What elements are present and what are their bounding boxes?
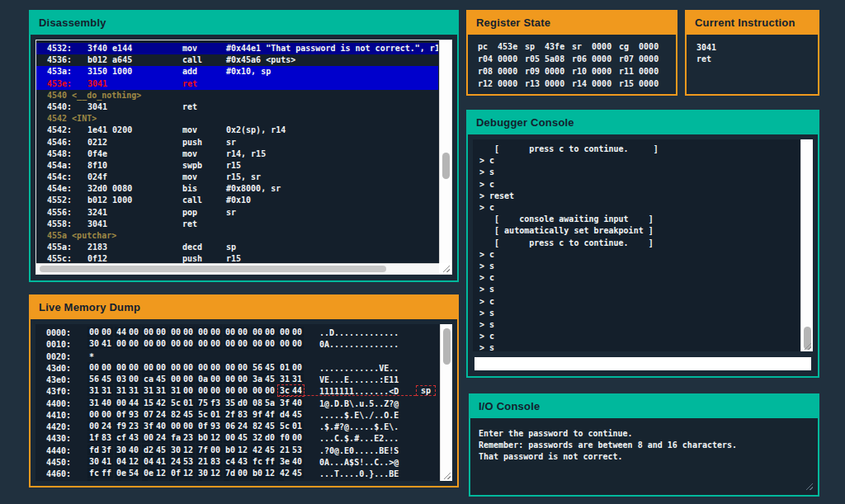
memory-cell: 0000 bbox=[87, 327, 113, 337]
register-state-header[interactable]: Register State bbox=[468, 12, 676, 35]
disassembly-row[interactable]: 453a:3150 1000add#0x10, sp bbox=[36, 66, 438, 78]
disassembly-row[interactable]: 4542:1e41 0200mov0x2(sp), r14 bbox=[36, 125, 438, 136]
disassembly-vertical-scrollbar-thumb[interactable] bbox=[442, 153, 450, 179]
memory-cell: f923 bbox=[115, 421, 140, 431]
disassembly-row[interactable]: 4540:3041ret bbox=[36, 101, 438, 113]
current-instruction-line: ret bbox=[696, 54, 808, 65]
disassembly-horizontal-scrollbar[interactable] bbox=[36, 263, 439, 274]
memory-ascii: .?0@.E0.....BE!S bbox=[319, 445, 399, 456]
sp-register-marker: sp bbox=[416, 385, 436, 396]
memory-cell: 0000 bbox=[196, 362, 222, 373]
disassembly-bytes: 024f bbox=[87, 172, 107, 183]
register-value: r12 0000 bbox=[478, 79, 525, 88]
current-instruction-body: 3041ret bbox=[687, 35, 818, 94]
disassembly-rows: 4532:3f40 e144mov#0x44e1 "That password … bbox=[36, 43, 438, 263]
debugger-console-line: > s bbox=[479, 167, 798, 178]
disassembly-row[interactable]: 454e:32d0 0080bis#0x8000, sr bbox=[36, 183, 438, 195]
memory-cell bbox=[196, 479, 202, 481]
disassembly-row[interactable]: 454a:8f10swpbr15 bbox=[36, 160, 438, 172]
debugger-console-line: > c bbox=[479, 272, 798, 284]
disassembly-operands: #0x8000, sr bbox=[226, 183, 281, 195]
disassembly-mnemonic: bis bbox=[182, 183, 197, 195]
debugger-console-scrollbar[interactable] bbox=[800, 139, 813, 351]
memory-cell: 0100 bbox=[278, 362, 304, 373]
disassembly-body: 4532:3f40 e144mov#0x44e1 "That password … bbox=[31, 35, 457, 280]
memory-cell bbox=[278, 479, 284, 481]
disassembly-row[interactable]: 4548:0f4emovr14, r15 bbox=[36, 148, 438, 160]
debugger-console-line: > s bbox=[479, 261, 798, 272]
disassembly-operands: r15 bbox=[226, 160, 241, 172]
disassembly-row[interactable]: 4546:0212pushsr bbox=[36, 137, 438, 148]
register-value: r15 0000 bbox=[619, 79, 666, 88]
memory-address: 4410: bbox=[46, 410, 71, 421]
disassembly-horizontal-scrollbar-thumb[interactable] bbox=[40, 266, 386, 272]
debugger-console-panel: Debugger Console [ press c to continue. … bbox=[466, 110, 819, 378]
register-value: r11 0000 bbox=[619, 67, 666, 76]
debugger-console-line: > s bbox=[479, 319, 798, 331]
debugger-console-line: > reset bbox=[479, 191, 798, 202]
disassembly-mnemonic: mov bbox=[182, 172, 197, 183]
memory-dump-scrollbar[interactable] bbox=[440, 324, 452, 481]
disassembly-mnemonic: decd bbox=[182, 242, 202, 253]
disassembly-row[interactable]: 4532:3f40 e144mov#0x44e1 "That password … bbox=[36, 43, 438, 54]
memory-cell: 3040 bbox=[115, 445, 140, 455]
memory-cell: 0000 bbox=[142, 362, 168, 373]
disassembly-bytes: 1e41 0200 bbox=[87, 125, 132, 136]
disassembly-header[interactable]: Disassembly bbox=[31, 12, 457, 35]
current-instruction-line: 3041 bbox=[696, 42, 808, 54]
current-instruction-header[interactable]: Current Instruction bbox=[687, 12, 818, 35]
memory-cell: 0300 bbox=[115, 374, 140, 384]
disassembly-label-row[interactable]: 4542 <INT> bbox=[36, 113, 438, 125]
disassembly-bytes: 0212 bbox=[87, 137, 107, 148]
disassembly-bytes: b012 1000 bbox=[87, 195, 132, 206]
disassembly-label-row[interactable]: 4540 <__do_nothing> bbox=[36, 90, 438, 101]
disassembly-vertical-scrollbar[interactable] bbox=[439, 40, 451, 263]
disassembly-row[interactable]: 454c:024fmovr15, sr bbox=[36, 172, 438, 183]
memory-cell: 0000 bbox=[224, 362, 249, 373]
memory-cell bbox=[87, 479, 93, 481]
disassembly-row[interactable]: 455c:0f12pushr15 bbox=[36, 253, 438, 263]
memory-dump-scrollbar-thumb[interactable] bbox=[443, 328, 451, 365]
disassembly-row[interactable]: 455a:2183decdsp bbox=[36, 242, 438, 253]
memory-cell: b012 bbox=[224, 445, 249, 455]
disassembly-row[interactable]: 4552:b012 1000call#0x10 bbox=[36, 195, 438, 206]
memory-dump-viewport: 0000:00004400000000000000000000000000..D… bbox=[35, 324, 452, 481]
disassembly-row[interactable]: 4536:b012 a645call#0x45a6 <puts> bbox=[36, 54, 438, 66]
disassembly-address: 4540: bbox=[47, 101, 72, 113]
sp-pointer-line-icon bbox=[279, 395, 416, 396]
disassembly-mnemonic: pop bbox=[182, 207, 197, 219]
debugger-console-header[interactable]: Debugger Console bbox=[468, 111, 818, 134]
memory-row: 0000:00004400000000000000000000000000..D… bbox=[35, 327, 439, 338]
memory-ascii: ............VE.. bbox=[319, 363, 399, 374]
memory-cell: 0000 bbox=[142, 338, 168, 349]
memory-cell: 0044 bbox=[115, 398, 140, 408]
memory-address: 4440: bbox=[46, 445, 71, 456]
disassembly-resize-corner[interactable] bbox=[439, 263, 451, 274]
disassembly-address: 4548: bbox=[47, 148, 72, 160]
disassembly-label-row[interactable]: 455a <putchar> bbox=[36, 230, 438, 242]
disassembly-bytes: 3150 1000 bbox=[87, 66, 132, 78]
io-console-header[interactable]: I/O Console bbox=[470, 395, 818, 418]
disassembly-row[interactable]: 4558:3041ret bbox=[36, 219, 438, 230]
disassembly-address: 455a: bbox=[47, 242, 72, 253]
disassembly-mnemonic: swpb bbox=[182, 160, 202, 172]
disassembly-address: 454c: bbox=[47, 172, 72, 183]
memory-dump-header[interactable]: Live Memory Dump bbox=[31, 296, 457, 319]
memory-cell: 3131 bbox=[115, 385, 140, 396]
memory-cell: 0000 bbox=[251, 338, 276, 349]
disassembly-row[interactable]: 4556:3241popsr bbox=[36, 207, 438, 219]
disassembly-address: 454a: bbox=[47, 160, 72, 172]
memory-cell: 5c01 bbox=[196, 409, 222, 420]
debugger-console-input[interactable] bbox=[474, 357, 811, 370]
debugger-console-line: [ automatically set breakpoint ] bbox=[479, 225, 798, 237]
disassembly-operands: #0x44e1 "That password is not correct.",… bbox=[226, 43, 438, 54]
io-console-line: Enter the password to continue. bbox=[479, 428, 810, 440]
memory-address: 0000: bbox=[46, 327, 71, 338]
register-value: r05 5a08 bbox=[525, 54, 572, 64]
register-value: r07 0000 bbox=[619, 54, 666, 64]
disassembly-mnemonic: call bbox=[182, 195, 202, 206]
disassembly-address: 4542: bbox=[47, 125, 72, 136]
memory-cell: 2153 bbox=[278, 445, 304, 455]
disassembly-row[interactable]: 453e:3041ret bbox=[36, 78, 438, 90]
memory-cell: cf43 bbox=[115, 432, 140, 443]
